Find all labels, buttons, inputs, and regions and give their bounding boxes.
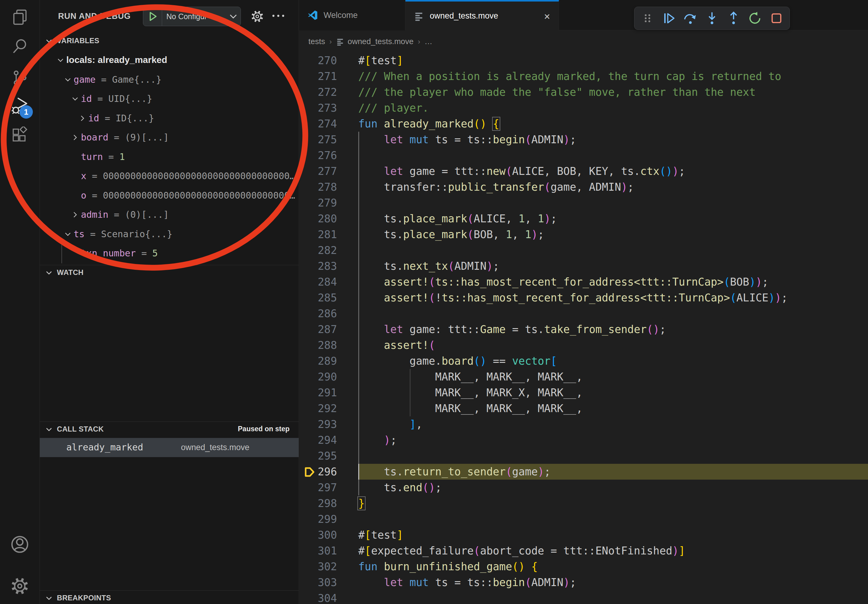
code-text: ); bbox=[358, 434, 397, 446]
more-actions-icon[interactable] bbox=[271, 13, 285, 19]
start-debug-button[interactable] bbox=[143, 7, 162, 26]
code-line-272: 272/// the player who made the "false" m… bbox=[299, 84, 868, 100]
variable-row-x[interactable]: x = 0000000000000000000000000000000000… bbox=[40, 167, 299, 186]
settings-gear-icon bbox=[251, 10, 264, 23]
continue-button[interactable] bbox=[660, 9, 678, 27]
activity-bar: 1 bbox=[0, 0, 40, 604]
extensions-icon bbox=[11, 127, 28, 144]
line-number: 301 bbox=[299, 545, 337, 557]
chevron-right-icon[interactable] bbox=[71, 133, 79, 142]
line-number: 281 bbox=[299, 228, 337, 240]
code-editor[interactable]: 270#[test]271/// When a position is alre… bbox=[299, 53, 868, 604]
breakpoints-section-header[interactable]: BREAKPOINTS bbox=[40, 591, 299, 604]
activity-bar-item-files[interactable] bbox=[0, 2, 40, 32]
continue-icon bbox=[662, 11, 676, 25]
code-text: let game: ttt::Game = ts.take_from_sende… bbox=[358, 323, 666, 336]
code-line-303: 303 let mut ts = ts::begin(ADMIN); bbox=[299, 575, 868, 590]
line-number: 277 bbox=[299, 165, 337, 177]
search-icon bbox=[11, 38, 28, 55]
activity-bar-item-search[interactable] bbox=[0, 32, 40, 61]
line-number: 279 bbox=[299, 197, 337, 209]
drag-grip-button[interactable] bbox=[639, 9, 657, 27]
code-text: #[test] bbox=[358, 54, 403, 67]
line-number: 302 bbox=[299, 561, 337, 573]
call-stack-section-header[interactable]: CALL STACK Paused on step bbox=[40, 423, 299, 436]
debug-config-dropdown[interactable]: No Configur bbox=[143, 7, 241, 26]
breadcrumb-item-symbol[interactable]: … bbox=[425, 37, 432, 46]
code-line-277: 277 let game = ttt::new(ALICE, BOB, KEY,… bbox=[299, 163, 868, 179]
variable-name-value: board = (9)[...] bbox=[81, 132, 169, 142]
watch-section-header[interactable]: WATCH bbox=[40, 266, 299, 279]
tab-owned-tests-move[interactable]: owned_tests.move× bbox=[405, 0, 559, 30]
move-file-icon bbox=[336, 37, 344, 46]
code-line-300: 300#[test] bbox=[299, 527, 868, 543]
line-number: 298 bbox=[299, 497, 337, 510]
code-line-304: 304 bbox=[299, 590, 868, 604]
code-line-281: 281 ts.place_mark(BOB, 1, 1); bbox=[299, 226, 868, 242]
stop-button[interactable] bbox=[767, 9, 786, 27]
variable-row-turn[interactable]: turn = 1 bbox=[40, 147, 299, 167]
variable-row-id[interactable]: id = ID{...} bbox=[40, 109, 299, 129]
step-out-button[interactable] bbox=[724, 9, 743, 27]
code-text: /// the player who made the "false" move… bbox=[358, 86, 755, 98]
chevron-right-icon[interactable] bbox=[71, 211, 79, 220]
tab-label: owned_tests.move bbox=[430, 11, 498, 21]
chevron-down-icon[interactable] bbox=[64, 76, 72, 85]
variable-row-id[interactable]: id = UID{...} bbox=[40, 90, 299, 109]
chevron-down-icon[interactable] bbox=[64, 230, 72, 239]
activity-bar-item-extensions[interactable] bbox=[0, 121, 40, 150]
line-number: 290 bbox=[299, 371, 337, 383]
variable-row-ts[interactable]: ts = Scenario{...} bbox=[40, 225, 299, 244]
variable-row-o[interactable]: o = 0000000000000000000000000000000000… bbox=[40, 186, 299, 206]
close-icon[interactable]: × bbox=[544, 10, 550, 22]
activity-bar-item-settings-gear[interactable] bbox=[0, 571, 40, 601]
step-into-button[interactable] bbox=[703, 9, 721, 27]
chevron-right-icon[interactable] bbox=[79, 115, 86, 124]
code-text: #[expected_failure(abort_code = ttt::ENo… bbox=[358, 545, 685, 557]
chevron-down-icon[interactable] bbox=[226, 14, 240, 19]
chevron-down-icon[interactable] bbox=[71, 95, 79, 104]
call-stack-section-label: CALL STACK bbox=[57, 425, 104, 434]
code-line-280: 280 ts.place_mark(ALICE, 1, 1); bbox=[299, 211, 868, 226]
variable-row-game[interactable]: game = Game{...} bbox=[40, 70, 299, 90]
line-number: 271 bbox=[299, 70, 337, 82]
variable-name-value: id = ID{...} bbox=[88, 113, 154, 124]
code-text: ts.place_mark(ALICE, 1, 1); bbox=[358, 212, 557, 225]
variable-row-admin[interactable]: admin = (0)[...] bbox=[40, 205, 299, 225]
line-number: 299 bbox=[299, 513, 337, 525]
restart-button[interactable] bbox=[746, 9, 764, 27]
breadcrumb-item-file[interactable]: owned_tests.move bbox=[348, 37, 414, 46]
account-icon bbox=[10, 535, 29, 554]
code-line-289: 289 game.board() == vector[ bbox=[299, 353, 868, 369]
variables-section-header[interactable]: VARIABLES bbox=[40, 34, 299, 48]
line-number: 276 bbox=[299, 149, 337, 161]
play-icon bbox=[147, 11, 158, 22]
breadcrumb-item-tests[interactable]: tests bbox=[308, 37, 325, 46]
chevron-down-icon[interactable] bbox=[57, 56, 65, 65]
activity-bar-item-source-control[interactable] bbox=[0, 63, 40, 93]
vscode-logo-icon bbox=[308, 10, 318, 20]
activity-bar-item-account[interactable] bbox=[0, 530, 40, 559]
variable-row-board[interactable]: board = (9)[...] bbox=[40, 128, 299, 147]
line-number: 304 bbox=[299, 592, 337, 604]
code-line-278: 278 transfer::public_transfer(game, ADMI… bbox=[299, 179, 868, 195]
variable-name-value: ts = Scenario{...} bbox=[74, 229, 172, 239]
code-text: ts.end(); bbox=[358, 482, 442, 494]
activity-bar-item-run-and-debug[interactable]: 1 bbox=[0, 91, 40, 121]
drag-grip-icon bbox=[643, 11, 652, 26]
debug-settings-gear-icon[interactable] bbox=[251, 10, 264, 24]
tab-welcome[interactable]: Welcome bbox=[299, 0, 405, 30]
variable-name-value: o = 0000000000000000000000000000000000… bbox=[81, 190, 295, 201]
call-stack-frame[interactable]: already_marked owned_tests.move bbox=[40, 438, 299, 457]
chevron-down-icon bbox=[45, 426, 53, 434]
step-over-button[interactable] bbox=[681, 9, 699, 27]
variables-scope-row[interactable]: locals: already_marked bbox=[40, 51, 299, 70]
line-number: 278 bbox=[299, 181, 337, 193]
chevron-down-icon bbox=[45, 269, 53, 278]
code-text: MARK__, MARK_X, MARK__, bbox=[358, 387, 583, 399]
breadcrumb[interactable]: tests›owned_tests.move›… bbox=[299, 30, 868, 53]
source-control-icon bbox=[11, 69, 28, 87]
code-text: MARK__, MARK__, MARK__, bbox=[358, 371, 583, 383]
variable-row-txn_number[interactable]: txn_number = 5 bbox=[40, 244, 299, 263]
code-line-270: 270#[test] bbox=[299, 53, 868, 68]
